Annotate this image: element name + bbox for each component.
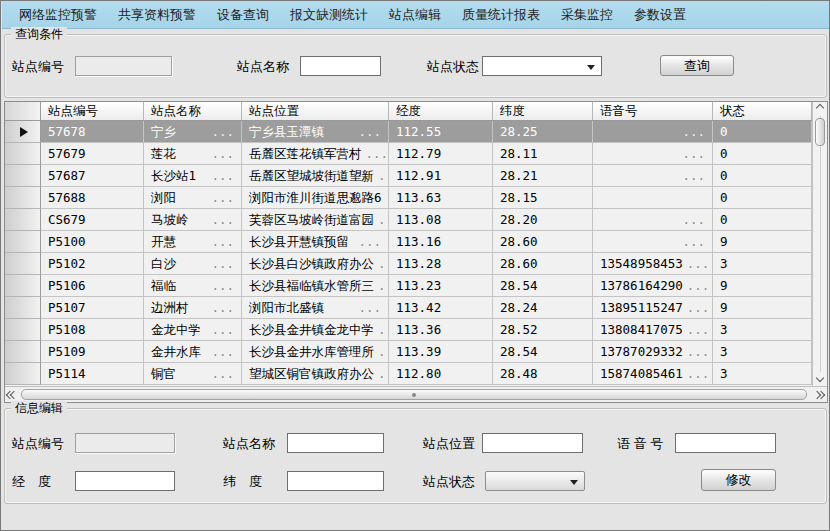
scroll-down-icon[interactable] [817,375,825,383]
cell-name[interactable]: 马坡岭... [144,209,242,231]
cell-location[interactable]: 长沙县开慧镇预留... [242,231,389,253]
row-header[interactable] [5,341,41,363]
row-header[interactable] [5,253,41,275]
menu-item-8[interactable]: 参数设置 [632,4,688,26]
cell-name[interactable]: 白沙... [144,253,242,275]
cell-location[interactable]: 长沙县金井水库管理所... [242,341,389,363]
cell-lat[interactable]: 28.54 [493,341,593,363]
table-row[interactable]: P5108金龙中学...长沙县金井镇金龙中学...113.3628.521380… [5,319,812,341]
cell-id[interactable]: P5107 [41,297,144,319]
cell-lon[interactable]: 113.28 [389,253,493,275]
cell-lat[interactable]: 28.60 [493,253,593,275]
cell-id[interactable]: 57688 [41,187,144,209]
cell-name[interactable]: 铜官... [144,363,242,385]
cell-lat[interactable]: 28.48 [493,363,593,385]
table-row[interactable]: P5109金井水库...长沙县金井水库管理所...113.3928.541378… [5,341,812,363]
cell-status[interactable]: 3 [713,341,812,363]
row-header[interactable] [5,231,41,253]
menu-item-6[interactable]: 质量统计报表 [460,4,542,26]
table-row[interactable]: P5102白沙...长沙县白沙镇政府办公...113.2828.60135489… [5,253,812,275]
edit-station-location-input[interactable] [482,433,583,453]
cell-lon[interactable]: 113.08 [389,209,493,231]
cell-lat[interactable]: 28.52 [493,319,593,341]
table-row[interactable]: 57678宁乡...宁乡县玉潭镇...112.5528.25...0 [5,121,812,143]
cell-voice[interactable]: ... [593,231,713,253]
cell-location[interactable]: 岳麓区望城坡街道望新... [242,165,389,187]
table-row[interactable]: 57687长沙站1...岳麓区望城坡街道望新...112.9128.21...0 [5,165,812,187]
cell-location[interactable]: 长沙县金井镇金龙中学... [242,319,389,341]
cell-voice[interactable]: ... [593,209,713,231]
scroll-left-icon[interactable] [7,391,17,399]
cell-lat[interactable]: 28.54 [493,275,593,297]
cell-lon[interactable]: 112.80 [389,363,493,385]
cell-lon[interactable]: 112.91 [389,165,493,187]
menu-item-1[interactable]: 网络监控预警 [17,4,99,26]
vertical-scrollbar[interactable] [812,102,827,386]
cell-lat[interactable]: 28.25 [493,121,593,143]
cell-status[interactable]: 0 [713,187,812,209]
row-header[interactable] [5,187,41,209]
cell-lat[interactable]: 28.24 [493,297,593,319]
cell-location[interactable]: 长沙县白沙镇政府办公... [242,253,389,275]
modify-button[interactable]: 修改 [701,469,776,491]
column-header-lon[interactable]: 经度 [389,102,493,120]
cell-id[interactable]: P5100 [41,231,144,253]
cell-status[interactable]: 3 [713,363,812,385]
cell-voice[interactable]: ... [593,143,713,165]
cell-voice[interactable]: 15874085461... [593,363,713,385]
cell-location[interactable]: 浏阳市淮川街道思邈路6... [242,187,389,209]
cell-id[interactable]: 57687 [41,165,144,187]
column-header-status[interactable]: 状态 [713,102,812,120]
cell-lat[interactable]: 28.21 [493,165,593,187]
edit-voice-input[interactable] [675,433,776,453]
edit-station-name-input[interactable] [287,433,384,453]
cell-voice[interactable]: 13548958453... [593,253,713,275]
row-header[interactable] [5,143,41,165]
cell-voice[interactable]: 13786164290... [593,275,713,297]
cell-lon[interactable]: 113.16 [389,231,493,253]
cell-name[interactable]: 开慧... [144,231,242,253]
cell-name[interactable]: 福临... [144,275,242,297]
menu-item-7[interactable]: 采集监控 [559,4,615,26]
cell-location[interactable]: 宁乡县玉潭镇... [242,121,389,143]
edit-station-id-input[interactable] [75,433,175,453]
cell-lon[interactable]: 112.79 [389,143,493,165]
cell-voice[interactable]: 13787029332... [593,341,713,363]
edit-station-status-select[interactable] [485,471,585,491]
cell-name[interactable]: 边洲村... [144,297,242,319]
cell-name[interactable]: 金龙中学... [144,319,242,341]
horizontal-scroll-thumb[interactable] [21,389,807,400]
menu-item-5[interactable]: 站点编辑 [387,4,443,26]
scroll-up-icon[interactable] [817,105,825,113]
table-row[interactable]: CS679马坡岭...芙蓉区马坡岭街道富园...113.0828.20...0 [5,209,812,231]
column-header-voice[interactable]: 语音号 [593,102,713,120]
column-header-location[interactable]: 站点位置 [242,102,389,120]
row-header[interactable] [5,165,41,187]
cell-lat[interactable]: 28.60 [493,231,593,253]
cell-id[interactable]: P5106 [41,275,144,297]
column-header-lat[interactable]: 纬度 [493,102,593,120]
cell-status[interactable]: 0 [713,165,812,187]
cell-status[interactable]: 9 [713,231,812,253]
query-station-status-select[interactable] [482,56,602,76]
cell-lon[interactable]: 112.55 [389,121,493,143]
cell-name[interactable]: 金井水库... [144,341,242,363]
table-row[interactable]: 57688浏阳...浏阳市淮川街道思邈路6...113.6328.150 [5,187,812,209]
cell-location[interactable]: 浏阳市北盛镇... [242,297,389,319]
cell-location[interactable]: 芙蓉区马坡岭街道富园... [242,209,389,231]
query-station-id-input[interactable] [75,56,172,76]
cell-voice[interactable] [593,187,713,209]
cell-voice[interactable]: 13808417075... [593,319,713,341]
cell-name[interactable]: 长沙站1... [144,165,242,187]
menu-item-3[interactable]: 设备查询 [215,4,271,26]
cell-lon[interactable]: 113.39 [389,341,493,363]
cell-id[interactable]: P5108 [41,319,144,341]
cell-lon[interactable]: 113.36 [389,319,493,341]
cell-status[interactable]: 0 [713,121,812,143]
query-button[interactable]: 查询 [660,55,734,76]
cell-id[interactable]: P5102 [41,253,144,275]
column-header-id[interactable]: 站点编号 [41,102,144,120]
cell-name[interactable]: 宁乡... [144,121,242,143]
cell-id[interactable]: 57678 [41,121,144,143]
cell-id[interactable]: 57679 [41,143,144,165]
